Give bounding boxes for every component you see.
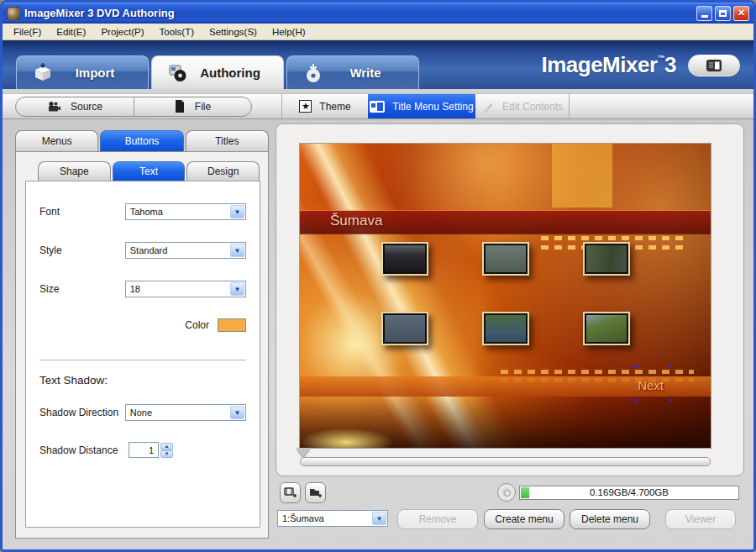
tab-buttons[interactable]: Buttons: [100, 130, 183, 151]
film-plus-icon: [284, 486, 297, 499]
menu-edit[interactable]: Edit(E): [49, 24, 93, 40]
tab-import[interactable]: Import: [16, 55, 149, 89]
tab-write[interactable]: Write: [286, 55, 419, 89]
import-box-icon: [32, 63, 54, 83]
delete-menu-button[interactable]: Delete menu: [570, 509, 650, 529]
tab-authoring-label: Authoring: [189, 66, 283, 80]
chevron-down-icon[interactable]: ▼: [230, 282, 244, 296]
preview-slider-track[interactable]: [300, 457, 711, 466]
stepper-up-icon[interactable]: ▲: [160, 443, 173, 450]
stepper-down-icon[interactable]: ▼: [160, 450, 173, 458]
folder-plus-icon: [309, 486, 322, 499]
add-title-button[interactable]: [280, 482, 301, 503]
size-select[interactable]: 18 ▼: [125, 281, 246, 297]
size-select-value: 18: [130, 284, 140, 294]
video-thumbnail[interactable]: [583, 242, 630, 276]
close-button[interactable]: ✕: [733, 6, 749, 21]
shadow-distance-stepper[interactable]: 1 ▲ ▼: [129, 442, 173, 458]
authoring-disc-icon: [167, 63, 189, 83]
style-label: Style: [39, 244, 125, 256]
font-label: Font: [39, 206, 125, 218]
shadow-distance-label: Shadow Distance: [39, 444, 129, 456]
menu-tools[interactable]: Tools(T): [152, 24, 202, 40]
source-file-group: Source File: [15, 97, 252, 117]
highlight-square: [552, 144, 612, 208]
app-window: ImageMixer 3 DVD Authoring ✕ File(F) Edi…: [0, 0, 756, 552]
title-bar: ImageMixer 3 DVD Authoring ✕: [3, 3, 753, 24]
tab-authoring[interactable]: Authoring: [151, 55, 284, 89]
edit-contents-button: Edit Contents: [475, 94, 570, 118]
tab-menus[interactable]: Menus: [15, 130, 98, 151]
chevron-down-icon[interactable]: ▼: [372, 512, 386, 525]
file-button[interactable]: File: [134, 97, 251, 116]
panel-toggle-button[interactable]: [688, 55, 740, 76]
video-thumbnail[interactable]: [482, 312, 529, 345]
title-menu-setting-label: Title Menu Setting: [392, 101, 473, 113]
video-thumbnail[interactable]: [482, 242, 529, 276]
add-menu-button[interactable]: [305, 482, 326, 503]
preview-slider-thumb[interactable]: [297, 448, 310, 457]
category-tabs: Menus Buttons Titles: [15, 130, 269, 151]
minimize-button[interactable]: [696, 6, 712, 21]
video-thumbnail[interactable]: [583, 312, 630, 345]
window-title: ImageMixer 3 DVD Authoring: [24, 7, 694, 19]
tab-import-label: Import: [54, 66, 148, 80]
capacity-text: 0.169GB/4.700GB: [520, 487, 738, 497]
blue-dot: [634, 365, 637, 368]
menu-file[interactable]: File(F): [6, 24, 49, 40]
video-thumbnail[interactable]: [381, 312, 428, 345]
font-select[interactable]: Tahoma ▼: [125, 203, 246, 220]
maximize-icon: [719, 10, 727, 17]
settings-panel: Menus Buttons Titles Shape Text Design F…: [15, 130, 269, 539]
dot-pattern: [501, 370, 694, 374]
menu-project[interactable]: Project(P): [93, 24, 151, 40]
file-label: File: [195, 101, 211, 113]
tab-titles[interactable]: Titles: [186, 130, 269, 151]
shadow-distance-value[interactable]: 1: [129, 442, 159, 458]
subtab-text[interactable]: Text: [113, 161, 186, 181]
menu-title-text[interactable]: Šumava: [330, 213, 382, 229]
title-menu-setting-button[interactable]: Title Menu Setting: [368, 94, 475, 118]
create-menu-button[interactable]: Create menu: [484, 509, 564, 529]
brand-area: ImageMixer™3: [541, 52, 740, 78]
camcorder-icon: [47, 101, 60, 113]
next-button-text[interactable]: Next: [638, 378, 664, 392]
source-button[interactable]: Source: [16, 97, 134, 116]
video-thumbnail[interactable]: [381, 242, 428, 276]
theme-label: Theme: [319, 101, 350, 113]
subtab-shape[interactable]: Shape: [38, 161, 111, 181]
edit-contents-icon: [481, 101, 495, 113]
main-tabs: Import Authoring Write: [16, 55, 419, 89]
main-nav-bar: Import Authoring Write ImageMixer™3: [3, 40, 753, 89]
menu-settings[interactable]: Settings(S): [202, 24, 265, 40]
theme-button[interactable]: ★ Theme: [282, 94, 368, 118]
subtab-design[interactable]: Design: [186, 161, 260, 181]
tab-write-label: Write: [324, 66, 418, 80]
capacity-bar: 0.169GB/4.700GB: [519, 486, 739, 500]
menu-page-select[interactable]: 1:Šumava ▼: [277, 510, 388, 527]
write-disc-icon: [302, 63, 324, 83]
app-icon: [7, 7, 20, 20]
remove-button: Remove: [397, 509, 478, 529]
panel-layout-icon: [706, 60, 722, 71]
authoring-step-bar: ★ Theme Title Menu Setting Edit Contents: [281, 94, 570, 118]
chevron-down-icon[interactable]: ▼: [230, 406, 244, 419]
style-select[interactable]: Standard ▼: [125, 242, 246, 259]
sub-tabs: Shape Text Design: [38, 161, 260, 181]
chevron-down-icon[interactable]: ▼: [230, 244, 244, 257]
style-select-value: Standard: [130, 245, 168, 255]
maximize-button[interactable]: [715, 6, 731, 21]
flare-glow: [300, 386, 535, 448]
dvd-menu-preview[interactable]: Šumava Next: [300, 144, 711, 448]
menu-help[interactable]: Help(H): [265, 24, 313, 40]
menu-title-band: Šumava: [300, 211, 711, 234]
menu-preview-panel: Šumava Next: [276, 124, 744, 476]
chevron-down-icon[interactable]: ▼: [230, 205, 244, 218]
dot-pattern: [541, 236, 684, 240]
shadow-direction-select[interactable]: None ▼: [125, 404, 246, 421]
text-color-swatch[interactable]: [218, 318, 246, 332]
blue-dot: [669, 365, 672, 368]
menu-bar: File(F) Edit(E) Project(P) Tools(T) Sett…: [3, 24, 753, 40]
viewer-button: Viewer: [665, 509, 736, 529]
section-divider: [39, 360, 246, 360]
